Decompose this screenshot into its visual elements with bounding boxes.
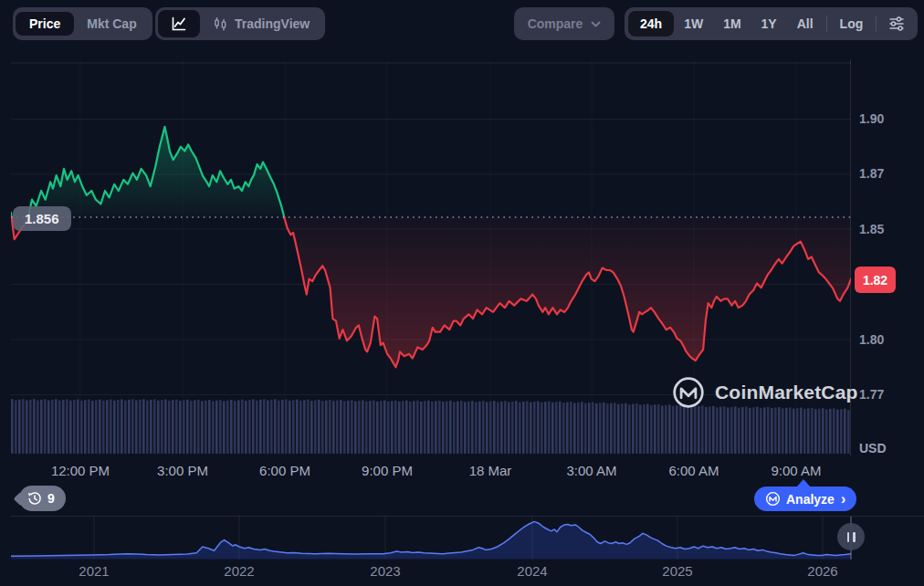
analyze-label: Analyze: [786, 492, 835, 507]
volume-bar: [698, 406, 700, 454]
volume-bar: [121, 399, 123, 454]
volume-bar: [58, 401, 61, 454]
volume-bar: [603, 403, 605, 454]
volume-bar: [577, 403, 580, 454]
volume-bar: [336, 401, 339, 454]
volume-bar: [321, 401, 324, 454]
range-1y[interactable]: 1Y: [751, 12, 787, 36]
line-chart-icon: [171, 16, 187, 32]
volume-bar: [774, 408, 777, 455]
volume-bar: [150, 400, 152, 454]
x-axis-tick: 9:00 AM: [755, 463, 837, 478]
volume-bar: [369, 401, 372, 454]
volume-bar: [77, 400, 79, 455]
volume-bar: [800, 408, 803, 455]
volume-bar: [628, 404, 631, 454]
volume-bar: [29, 400, 32, 454]
timeline-navigator[interactable]: [11, 516, 924, 561]
volume-bar: [435, 401, 437, 454]
volume-bar: [402, 401, 404, 454]
chart-page: Price Mkt Cap TradingView Compare 24h 1W…: [0, 0, 924, 586]
volume-bar: [358, 401, 361, 454]
volume-bar: [95, 400, 98, 454]
sliders-icon: [887, 16, 906, 32]
volume-bar: [124, 401, 127, 454]
range-24h[interactable]: 24h: [628, 11, 674, 37]
volume-bar: [457, 402, 459, 454]
volume-bar: [139, 400, 142, 454]
volume-bar: [614, 403, 616, 454]
volume-bar: [723, 406, 726, 454]
volume-bar: [212, 401, 215, 454]
volume-bar: [687, 406, 689, 455]
tradingview-toggle[interactable]: TradingView: [200, 11, 322, 37]
volume-bar: [256, 401, 258, 454]
volume-bar: [438, 401, 441, 454]
compare-button[interactable]: Compare: [514, 7, 614, 40]
volume-bar: [146, 401, 149, 454]
volume-bar: [99, 400, 101, 454]
volume-bar: [442, 402, 445, 454]
volume-bar: [110, 400, 112, 455]
volume-bar: [749, 408, 751, 454]
volume-bar: [128, 400, 131, 454]
y-axis-tick: 1.80: [859, 332, 914, 347]
volume-bar: [153, 399, 156, 454]
x-axis-tick: 3:00 AM: [551, 463, 633, 478]
volume-bar: [493, 401, 496, 454]
volume-bar: [292, 400, 295, 454]
volume-bar: [431, 402, 434, 454]
volume-bar: [106, 400, 109, 454]
range-selector: 24h 1W 1M 1Y All Log: [625, 7, 918, 40]
volume-bar: [665, 405, 667, 454]
volume-bar: [310, 401, 313, 454]
volume-bar: [745, 407, 748, 455]
volume-bar: [186, 400, 189, 454]
volume-bar: [343, 402, 346, 455]
volume-bar: [789, 407, 792, 454]
range-1m[interactable]: 1M: [713, 12, 751, 36]
volume-bar: [161, 400, 163, 454]
analyze-button[interactable]: Analyze ›: [754, 487, 856, 511]
volume-bar: [62, 400, 65, 454]
x-axis-tick: 6:00 PM: [244, 463, 326, 478]
volume-bar: [504, 401, 507, 454]
volume-bar: [26, 401, 28, 455]
x-axis-tick: 12:00 PM: [39, 463, 121, 478]
range-all[interactable]: All: [787, 12, 824, 36]
mktcap-tab[interactable]: Mkt Cap: [74, 12, 149, 36]
volume-bar: [117, 400, 120, 454]
volume-bar: [183, 400, 185, 454]
price-tab[interactable]: Price: [16, 12, 74, 36]
volume-bar: [329, 400, 331, 454]
volume-bar: [51, 400, 54, 454]
chart-settings-button[interactable]: [879, 16, 914, 32]
volume-bar: [416, 401, 419, 454]
navigator-drag-handle[interactable]: [837, 523, 865, 550]
year-tick: 2026: [782, 563, 864, 579]
volume-bar: [252, 399, 255, 454]
current-price-badge: 1.82: [855, 267, 896, 293]
volume-bar: [248, 400, 251, 454]
volume-bar: [237, 400, 240, 454]
coinmarketcap-logo-icon: [671, 375, 706, 410]
volume-bar: [767, 407, 770, 454]
volume-bar: [142, 399, 145, 454]
range-1w[interactable]: 1W: [674, 12, 713, 36]
volume-bar: [420, 402, 423, 454]
volume-bar: [259, 400, 262, 454]
price-area-up: [28, 127, 284, 217]
drawing-history-button[interactable]: 9: [19, 486, 66, 511]
volume-bar: [719, 407, 722, 454]
year-tick: 2022: [198, 563, 280, 579]
log-scale-toggle[interactable]: Log: [830, 12, 874, 36]
compare-label: Compare: [528, 16, 583, 31]
volume-bar: [771, 408, 773, 454]
line-chart-toggle[interactable]: [158, 10, 200, 37]
volume-bar: [778, 407, 781, 454]
volume-bar: [281, 400, 284, 454]
y-axis-tick: 1.85: [859, 222, 914, 236]
volume-bar: [413, 401, 415, 454]
x-axis-tick: 6:00 AM: [653, 463, 735, 478]
chevron-down-icon: [591, 21, 601, 27]
